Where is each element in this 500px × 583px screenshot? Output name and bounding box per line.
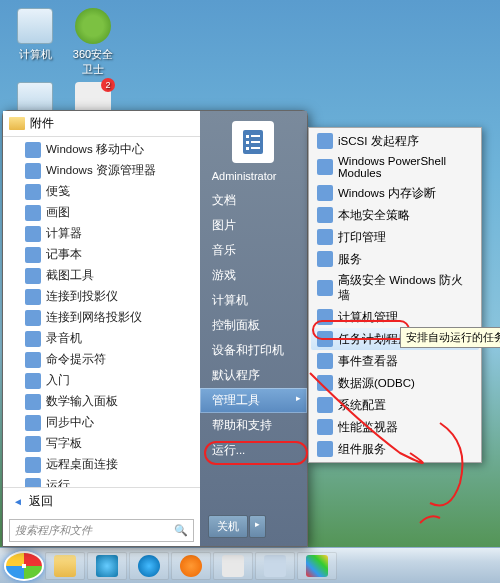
program-item[interactable]: 连接到网络投影仪 <box>3 307 200 328</box>
folder-header[interactable]: 附件 <box>3 111 200 137</box>
submenu-item[interactable]: 计算机管理 <box>311 306 479 328</box>
places-item[interactable]: 运行... <box>200 438 307 463</box>
program-item[interactable]: 同步中心 <box>3 412 200 433</box>
back-button[interactable]: 返回 <box>3 487 200 515</box>
tool-icon <box>317 331 333 347</box>
program-item[interactable]: 连接到投影仪 <box>3 286 200 307</box>
svg-rect-1 <box>246 135 249 138</box>
program-item[interactable]: 命令提示符 <box>3 349 200 370</box>
places-item[interactable]: 游戏 <box>200 263 307 288</box>
item-icon <box>25 268 41 284</box>
program-item[interactable]: 记事本 <box>3 244 200 265</box>
item-label: 服务 <box>338 252 362 267</box>
places-item[interactable]: 帮助和支持 <box>200 413 307 438</box>
submenu-item[interactable]: Windows PowerShell Modules <box>311 152 479 182</box>
places-item[interactable]: 控制面板 <box>200 313 307 338</box>
item-label: Windows 内存诊断 <box>338 186 436 201</box>
places-item[interactable]: 默认程序 <box>200 363 307 388</box>
program-item[interactable]: 运行 <box>3 475 200 487</box>
submenu-item[interactable]: 数据源(ODBC) <box>311 372 479 394</box>
item-label: 远程桌面连接 <box>46 456 118 473</box>
program-item[interactable]: 录音机 <box>3 328 200 349</box>
program-item[interactable]: 入门 <box>3 370 200 391</box>
item-icon <box>25 457 41 473</box>
taskbar-item-qq[interactable] <box>129 552 169 580</box>
places-item[interactable]: 管理工具 <box>200 388 307 413</box>
submenu-item[interactable]: 系统配置 <box>311 394 479 416</box>
shield-icon <box>75 8 111 44</box>
shutdown-options-button[interactable]: ▸ <box>249 515 266 538</box>
shutdown-button[interactable]: 关机 <box>208 515 248 538</box>
item-icon <box>25 478 41 488</box>
places-item[interactable]: 文档 <box>200 188 307 213</box>
taskbar-item-explorer[interactable] <box>45 552 85 580</box>
program-item[interactable]: Windows 资源管理器 <box>3 160 200 181</box>
item-label: 便笺 <box>46 183 70 200</box>
svg-rect-3 <box>246 141 249 144</box>
taskbar-item-uc[interactable] <box>171 552 211 580</box>
submenu-item[interactable]: 高级安全 Windows 防火墙 <box>311 270 479 306</box>
submenu-item[interactable]: 本地安全策略 <box>311 204 479 226</box>
program-item[interactable]: 数学输入面板 <box>3 391 200 412</box>
places-item[interactable]: 设备和打印机 <box>200 338 307 363</box>
places-item[interactable]: 图片 <box>200 213 307 238</box>
submenu-item[interactable]: 服务 <box>311 248 479 270</box>
taskbar-item-app[interactable] <box>213 552 253 580</box>
tool-icon <box>317 185 333 201</box>
program-item[interactable]: Windows 移动中心 <box>3 139 200 160</box>
places-item[interactable]: 计算机 <box>200 288 307 313</box>
submenu-item[interactable]: 打印管理 <box>311 226 479 248</box>
program-item[interactable]: 便笺 <box>3 181 200 202</box>
taskbar-item-app2[interactable] <box>255 552 295 580</box>
submenu-item[interactable]: Windows 内存诊断 <box>311 182 479 204</box>
submenu-item[interactable]: 事件查看器 <box>311 350 479 372</box>
item-label: Windows 资源管理器 <box>46 162 156 179</box>
item-icon <box>25 289 41 305</box>
tool-icon <box>317 280 333 296</box>
qq-icon <box>138 555 160 577</box>
start-button[interactable] <box>4 551 44 581</box>
desktop-icon-360safe[interactable]: 360安全卫士 <box>68 8 118 77</box>
item-label: 同步中心 <box>46 414 94 431</box>
shutdown-group: 关机 ▸ <box>208 515 299 538</box>
item-label: 性能监视器 <box>338 420 398 435</box>
program-item[interactable]: 画图 <box>3 202 200 223</box>
item-label: 截图工具 <box>46 267 94 284</box>
taskbar-item-ie[interactable] <box>87 552 127 580</box>
program-item[interactable]: 截图工具 <box>3 265 200 286</box>
item-label: 本地安全策略 <box>338 208 410 223</box>
search-input[interactable]: 搜索程序和文件 <box>9 519 194 542</box>
svg-rect-4 <box>251 141 260 143</box>
user-avatar[interactable] <box>232 121 274 163</box>
start-menu: 附件 Windows 移动中心Windows 资源管理器便笺画图计算器记事本截图… <box>2 110 308 547</box>
item-label: 打印管理 <box>338 230 386 245</box>
places-item[interactable]: 音乐 <box>200 238 307 263</box>
item-icon <box>25 352 41 368</box>
tool-icon <box>317 207 333 223</box>
tool-icon <box>317 133 333 149</box>
program-item[interactable]: 计算器 <box>3 223 200 244</box>
item-label: Windows 移动中心 <box>46 141 144 158</box>
submenu-item[interactable]: iSCSI 发起程序 <box>311 130 479 152</box>
item-label: 计算机管理 <box>338 310 398 325</box>
submenu-item[interactable]: 组件服务 <box>311 438 479 460</box>
folder-icon <box>9 117 25 130</box>
program-item[interactable]: 远程桌面连接 <box>3 454 200 475</box>
tool-icon <box>317 441 333 457</box>
tool-icon <box>317 251 333 267</box>
tool-icon <box>317 159 333 175</box>
program-item[interactable]: 写字板 <box>3 433 200 454</box>
submenu-item[interactable]: 性能监视器 <box>311 416 479 438</box>
start-menu-right: Administrator 文档图片音乐游戏计算机控制面板设备和打印机默认程序管… <box>200 111 307 546</box>
desktop-icon-computer[interactable]: 计算机 <box>10 8 60 62</box>
start-menu-left: 附件 Windows 移动中心Windows 资源管理器便笺画图计算器记事本截图… <box>3 111 200 546</box>
item-icon <box>25 205 41 221</box>
taskbar-item-app3[interactable] <box>297 552 337 580</box>
program-list: Windows 移动中心Windows 资源管理器便笺画图计算器记事本截图工具连… <box>3 137 200 487</box>
item-icon <box>25 436 41 452</box>
checklist-icon <box>237 126 269 158</box>
folder-title: 附件 <box>30 115 54 132</box>
item-label: 运行 <box>46 477 70 487</box>
item-label: 数据源(ODBC) <box>338 376 415 391</box>
folder-icon <box>54 555 76 577</box>
